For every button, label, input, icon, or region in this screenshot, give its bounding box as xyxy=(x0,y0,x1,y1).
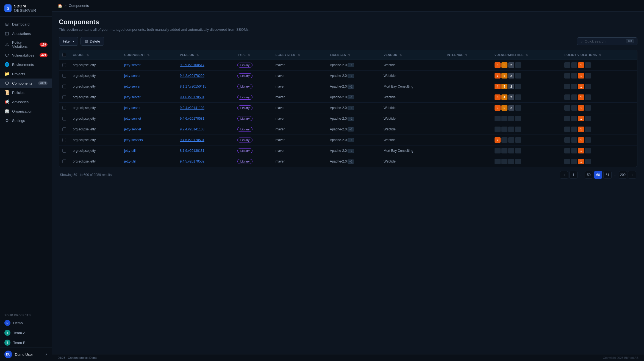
header-type[interactable]: TYPE ⇅ xyxy=(234,50,272,60)
row-version[interactable]: 9.4.5.v20170502 xyxy=(176,156,234,167)
row-component[interactable]: jetty-servlets xyxy=(121,135,176,145)
row-version[interactable]: 8.1.9.v20130131 xyxy=(176,145,234,156)
row-ecosystem: maven xyxy=(272,60,327,71)
row-vulnerabilities: 2 xyxy=(491,135,561,145)
row-component[interactable]: jetty-server xyxy=(121,92,176,103)
page-btn-61[interactable]: 61 xyxy=(603,171,612,179)
vuln-row xyxy=(495,116,558,121)
delete-button[interactable]: 🗑 Delete xyxy=(80,37,104,46)
row-version[interactable]: 9.4.6.v20170531 xyxy=(176,135,234,145)
sidebar-item-advisories[interactable]: 📢 Advisories xyxy=(0,97,52,107)
row-component[interactable]: jetty-util xyxy=(121,156,176,167)
row-version[interactable]: 8.1.17.v20150415 xyxy=(176,81,234,92)
page-btn-59[interactable]: 59 xyxy=(585,171,593,179)
page-btn-1[interactable]: 1 xyxy=(569,171,578,179)
vuln-cell-empty xyxy=(508,137,514,143)
header-policy-violations[interactable]: POLICY VIOLATIONS ⇅ xyxy=(561,50,637,60)
sidebar-item-environments[interactable]: 🌐 Environments xyxy=(0,60,52,69)
header-vulnerabilities[interactable]: VULNERABILITIES ⇅ xyxy=(491,50,561,60)
search-input[interactable] xyxy=(585,39,624,43)
row-type: Library xyxy=(234,135,272,145)
row-checkbox[interactable] xyxy=(59,81,70,92)
row-component[interactable]: jetty-server xyxy=(121,81,176,92)
project-team-b[interactable]: T Team-B xyxy=(0,338,52,348)
project-demo-avatar: D xyxy=(4,320,10,326)
sidebar-item-label: Settings xyxy=(12,119,48,123)
row-component[interactable]: jetty-server xyxy=(121,103,176,113)
vuln-cell-empty xyxy=(501,116,507,121)
page-btn-209[interactable]: 209 xyxy=(619,171,627,179)
sidebar-item-projects[interactable]: 📁 Projects xyxy=(0,69,52,79)
row-vendor: Webtide xyxy=(380,113,443,124)
table-row: org.eclipse.jetty jetty-servlet 9.2.4.v2… xyxy=(59,124,637,135)
row-type: Library xyxy=(234,103,272,113)
header-version[interactable]: VERSION ⇅ xyxy=(176,50,234,60)
row-version[interactable]: 9.4.6.v20170531 xyxy=(176,92,234,103)
row-checkbox[interactable] xyxy=(59,60,70,71)
row-version[interactable]: 9.4.6.v20170531 xyxy=(176,113,234,124)
policy-cell: 1 xyxy=(578,127,584,132)
row-checkbox[interactable] xyxy=(59,113,70,124)
sidebar-item-policy-violations[interactable]: ⚠ Policy Violations 159 xyxy=(0,38,52,51)
row-group: org.eclipse.jetty xyxy=(70,103,121,113)
sidebar-item-attestations[interactable]: ◫ Attestations xyxy=(0,29,52,38)
row-component[interactable]: jetty-util xyxy=(121,145,176,156)
header-vendor[interactable]: VENDOR ⇅ xyxy=(380,50,443,60)
search-box[interactable]: ⌕ ⌘K xyxy=(577,37,637,45)
policy-row: 1 xyxy=(564,148,634,153)
sidebar-item-dashboard[interactable]: ⊞ Dashboard xyxy=(0,19,52,29)
row-policy-violations: 1 xyxy=(561,92,637,103)
row-checkbox[interactable] xyxy=(59,156,70,167)
row-checkbox[interactable] xyxy=(59,71,70,81)
row-component[interactable]: jetty-servlet xyxy=(121,124,176,135)
header-licenses[interactable]: LICENSES ⇅ xyxy=(327,50,380,60)
project-demo[interactable]: D Demo xyxy=(0,318,52,328)
row-checkbox[interactable] xyxy=(59,124,70,135)
row-policy-violations: 1 xyxy=(561,145,637,156)
project-team-a[interactable]: T Team-A xyxy=(0,328,52,338)
row-component[interactable]: jetty-server xyxy=(121,60,176,71)
user-menu[interactable]: DU Demo User ∧ xyxy=(0,348,52,361)
user-avatar: DU xyxy=(4,351,12,358)
sidebar-item-policies[interactable]: 📜 Policies xyxy=(0,88,52,97)
vuln-cell: 6 xyxy=(495,105,501,111)
statusbar: 09:23 Created project Demo Copyright 202… xyxy=(52,354,644,361)
row-checkbox[interactable] xyxy=(59,103,70,113)
row-version[interactable]: 9.2.4.v20141103 xyxy=(176,124,234,135)
filter-button[interactable]: Filter ▾ xyxy=(59,37,78,46)
row-component[interactable]: jetty-server xyxy=(121,71,176,81)
row-checkbox[interactable] xyxy=(59,135,70,145)
sidebar-item-components[interactable]: ⬡ Components 2089 xyxy=(0,79,52,88)
sidebar-item-vulnerabilities[interactable]: 🛡 Vulnerabilities 479 xyxy=(0,51,52,60)
row-checkbox[interactable] xyxy=(59,92,70,103)
header-component[interactable]: COMPONENT ⇅ xyxy=(121,50,176,60)
row-component[interactable]: jetty-servlet xyxy=(121,113,176,124)
policy-row: 1 xyxy=(564,116,634,121)
row-checkbox[interactable] xyxy=(59,145,70,156)
row-type: Library xyxy=(234,92,272,103)
row-ecosystem: maven xyxy=(272,103,327,113)
page-btn-60[interactable]: 60 xyxy=(594,171,602,179)
select-all-checkbox[interactable] xyxy=(62,53,66,57)
header-ecosystem[interactable]: ECOSYSTEM ⇅ xyxy=(272,50,327,60)
row-group: org.eclipse.jetty xyxy=(70,81,121,92)
sidebar-item-organization[interactable]: 🏢 Organization xyxy=(0,107,52,116)
home-icon[interactable]: 🏠 xyxy=(58,4,62,8)
row-version[interactable]: 9.3.9.v20160517 xyxy=(176,60,234,71)
row-version[interactable]: 9.4.2.v20170220 xyxy=(176,71,234,81)
vuln-cell-empty xyxy=(515,62,521,68)
vuln-cell: 5 xyxy=(501,84,507,89)
prev-page-button[interactable]: ‹ xyxy=(560,171,568,179)
sidebar-item-settings[interactable]: ⚙ Settings xyxy=(0,116,52,125)
header-internal[interactable]: INTERNAL ⇅ xyxy=(443,50,491,60)
logo[interactable]: S SBOM OBSERVER xyxy=(0,0,52,17)
policy-row: 1 xyxy=(564,84,634,89)
pagination-info: Showing 591 to 600 of 2089 results xyxy=(60,173,112,177)
components-badge: 2089 xyxy=(38,81,48,85)
row-licenses: Apache-2.0 +1 xyxy=(327,156,380,167)
row-version[interactable]: 9.2.4.v20141103 xyxy=(176,103,234,113)
header-group[interactable]: GROUP ⇅ xyxy=(70,50,121,60)
advisories-icon: 📢 xyxy=(4,99,9,104)
vuln-cell: 2 xyxy=(508,84,514,89)
next-page-button[interactable]: › xyxy=(628,171,636,179)
